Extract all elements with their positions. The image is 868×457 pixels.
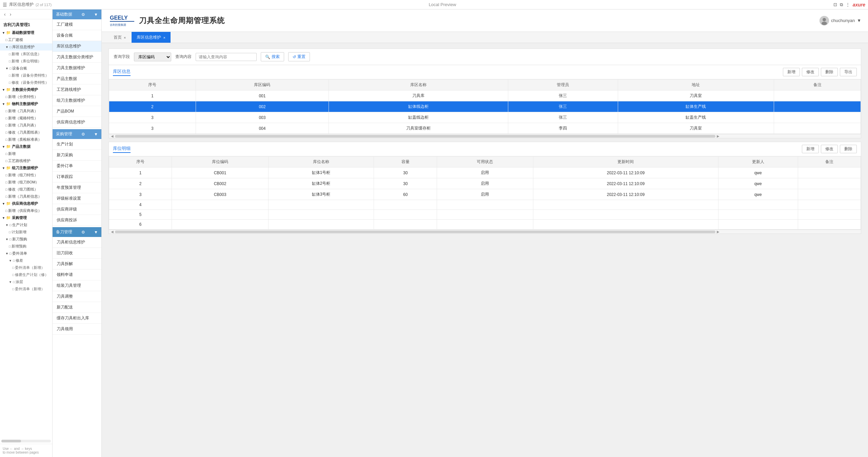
sidebar-item-repair[interactable]: ▼ □ 修差: [0, 257, 52, 264]
nav-item-assembly-manage[interactable]: 组装刀具管理: [53, 280, 101, 291]
nav-item-process-route[interactable]: 工艺路线维护: [53, 84, 101, 95]
nav-item-cache-cabinet[interactable]: 缓存刀具柜出入库: [53, 313, 101, 324]
nav-item-supplier-info[interactable]: 供应商信息维护: [53, 117, 101, 128]
table-row[interactable]: 1 CB001 缸体1号柜 30 启用 2022-03-11 12:10:09 …: [109, 167, 861, 178]
sidebar-item-outsource-new[interactable]: □ 委外清单（新增）: [0, 264, 52, 271]
sidebar-item-equip-new1[interactable]: □ 新增（设备分类特性）: [0, 72, 52, 79]
nav-item-supplier-complaint[interactable]: 供应商投诉: [53, 215, 101, 226]
sidebar-item-assembly[interactable]: ▼ 📁 组刀主数据维护: [0, 164, 52, 172]
nav-basic-data-header[interactable]: 基础数据 ⚙ ▼: [53, 9, 101, 19]
sidebar-item-new-purchase[interactable]: ▼ □ 新刀预购: [0, 236, 52, 243]
sidebar-item-procurement[interactable]: ▼ 📁 采购管理: [0, 214, 52, 221]
tab-home-close[interactable]: ×: [124, 36, 126, 40]
tab-warehouse-close[interactable]: ×: [163, 36, 165, 40]
nav-item-factory[interactable]: 工厂建模: [53, 19, 101, 30]
nav-item-outsource-order[interactable]: 委外订单: [53, 161, 101, 172]
sidebar-item-process[interactable]: □ 工艺路线维护: [0, 157, 52, 164]
sidebar-item-repair-plan[interactable]: □ 修磨生产计划（修）: [0, 271, 52, 278]
table-row[interactable]: 3 004 刀具室缓存柜 李四 刀具室: [109, 123, 861, 134]
app-user[interactable]: chuchunyan ▼: [820, 16, 861, 25]
sidebar-item-asm-bom[interactable]: □ 新增（组刀BOM）: [0, 179, 52, 186]
location-new-btn[interactable]: 新增: [802, 145, 819, 153]
sidebar-item-supplier-new[interactable]: □ 新增（供应商单位）: [0, 207, 52, 214]
window-icon[interactable]: ⊡: [833, 2, 837, 7]
reset-button[interactable]: ↺ 重置: [288, 52, 310, 61]
sidebar-item-new-product[interactable]: □ 新增: [0, 150, 52, 157]
sidebar-item-tool-drawing[interactable]: □ 修改（刀具图纸表）: [0, 129, 52, 136]
warehouse-export-btn[interactable]: 导出: [840, 68, 857, 76]
sidebar-scrollbar[interactable]: [1, 440, 51, 442]
nav-item-rating-standard[interactable]: 评级标准设置: [53, 193, 101, 204]
nav-backup-header[interactable]: 备刀管理 ⚙ ▼: [53, 227, 101, 237]
sidebar-item-material[interactable]: ▼ 📁 物料主数据维护: [0, 100, 52, 107]
table-row[interactable]: 2 002 缸体线边柜 张三 缸体生产线: [109, 101, 861, 112]
nav-item-warehouse-maintain[interactable]: 库区信息维护: [53, 41, 101, 52]
more-icon[interactable]: ⋮: [846, 2, 850, 7]
table-row[interactable]: 3 003 缸盖线边柜 张三 缸盖生产线: [109, 112, 861, 123]
sidebar-item-supplier[interactable]: ▼ 📁 供应商信息维护: [0, 200, 52, 207]
sidebar-item-product[interactable]: ▼ 📁 产品主数据: [0, 143, 52, 150]
sidebar-item-outsource[interactable]: ▼ □ 委外清单: [0, 250, 52, 257]
nav-item-equipment-account[interactable]: 设备台账: [53, 30, 101, 41]
location-table-scrollbar[interactable]: ◀ ▶: [109, 230, 861, 234]
sidebar-item-warehouse[interactable]: ▼ □ 库区信息维护: [0, 43, 52, 51]
scroll-right-arrow[interactable]: ▶: [715, 134, 721, 138]
sidebar-item-factory[interactable]: □ 工厂建模: [0, 36, 52, 43]
loc-scroll-left-arrow[interactable]: ◀: [110, 230, 115, 234]
nav-item-production-plan[interactable]: 生产计划: [53, 139, 101, 150]
nav-item-bom[interactable]: 产品BOM: [53, 106, 101, 117]
sidebar-item-basic-data[interactable]: ▼ 📁 基础数据管理: [0, 29, 52, 36]
sidebar-item-cabinet[interactable]: □ 新增（刀具柜信息）: [0, 193, 52, 200]
nav-item-product-master[interactable]: 产品主数据: [53, 74, 101, 84]
nav-procurement-gear[interactable]: ⚙: [81, 132, 85, 137]
sidebar-item-equip-edit1[interactable]: □ 修改（设备分类特性）: [0, 79, 52, 86]
nav-procurement-arrow[interactable]: ▼: [94, 132, 98, 137]
nav-item-new-tool-purchase[interactable]: 新刀采购: [53, 150, 101, 161]
sidebar-item-new-location[interactable]: □ 新增（库位明细）: [0, 58, 52, 65]
table-row[interactable]: 2 CB002 缸体2号柜 30 启用 2022-03-11 12:10:09 …: [109, 178, 861, 189]
nav-basic-data-arrow[interactable]: ▼: [94, 12, 98, 17]
table-row[interactable]: 3 CB003 缸体3号柜 60 启用 2022-03-11 12:10:09 …: [109, 189, 861, 200]
split-icon[interactable]: ⧉: [840, 2, 843, 7]
nav-item-tool-disassemble[interactable]: 刀具拆解: [53, 259, 101, 270]
nav-item-tool-category[interactable]: 刀具主数据分类维护: [53, 52, 101, 63]
location-delete-btn[interactable]: 删除: [840, 145, 857, 153]
nav-item-tool-use[interactable]: 刀具领用: [53, 324, 101, 335]
nav-item-new-tool-deliver[interactable]: 新刀配送: [53, 302, 101, 313]
nav-backup-gear[interactable]: ⚙: [81, 230, 85, 235]
sidebar-item-new-purchase-add[interactable]: □ 新增预购: [0, 243, 52, 250]
sidebar-item-plan[interactable]: ▼ □ 生产计划: [0, 221, 52, 228]
warehouse-edit-btn[interactable]: 修改: [802, 68, 819, 76]
sidebar-item-master-data[interactable]: ▼ 📁 主数据分类维护: [0, 86, 52, 93]
query-content-input[interactable]: [196, 53, 257, 61]
nav-item-old-tool-recycle[interactable]: 旧刀回收: [53, 248, 101, 259]
nav-item-assembly-master[interactable]: 组刀主数据维护: [53, 95, 101, 106]
table-row[interactable]: 4: [109, 200, 861, 210]
table-row[interactable]: 1 001 刀具库 张三 刀具室: [109, 91, 861, 101]
warehouse-table-scrollbar[interactable]: ◀ ▶: [109, 134, 861, 138]
nav-item-cabinet-info[interactable]: 刀具柜信息维护: [53, 237, 101, 248]
nav-backup-arrow[interactable]: ▼: [94, 230, 98, 235]
scroll-left-arrow[interactable]: ◀: [110, 134, 115, 138]
tab-warehouse[interactable]: 库区信息维护 ×: [132, 32, 170, 43]
sidebar-item-plan-new[interactable]: □ 计划新增: [0, 228, 52, 236]
sidebar-item-new-warehouse[interactable]: □ 新增（库区信息）: [0, 51, 52, 58]
nav-item-tool-master[interactable]: 刀具主数据维护: [53, 63, 101, 74]
search-button[interactable]: 🔍 搜索: [261, 52, 284, 61]
sidebar-item-coating-new[interactable]: □ 委外清单（新增）: [0, 285, 52, 293]
nav-prev-arrow[interactable]: ‹: [3, 11, 7, 18]
nav-item-annual-budget[interactable]: 年度预算管理: [53, 182, 101, 193]
nav-procurement-header[interactable]: 采购管理 ⚙ ▼: [53, 129, 101, 139]
sidebar-item-new-category[interactable]: □ 新增（分类特性）: [0, 93, 52, 100]
sidebar-item-spec[interactable]: □ 新增（规格特性）: [0, 115, 52, 122]
table-row[interactable]: 5: [109, 210, 861, 220]
nav-item-order-track[interactable]: 订单跟踪: [53, 172, 101, 182]
user-dropdown-arrow[interactable]: ▼: [857, 18, 861, 23]
sidebar-item-coating[interactable]: ▼ □ 涂层: [0, 278, 52, 285]
sidebar-item-equipment[interactable]: ▼ □ 设备台账: [0, 65, 52, 72]
query-field-select[interactable]: 库区编码 库区名称 管理员 地址: [134, 53, 171, 61]
sidebar-item-asm-drawing[interactable]: □ 修改（组刀图纸）: [0, 186, 52, 193]
nav-basic-data-gear[interactable]: ⚙: [81, 12, 85, 17]
sidebar-item-tool-list2[interactable]: □ 新增（刀具列表）: [0, 122, 52, 129]
nav-item-supplier-rating[interactable]: 供应商评级: [53, 204, 101, 215]
